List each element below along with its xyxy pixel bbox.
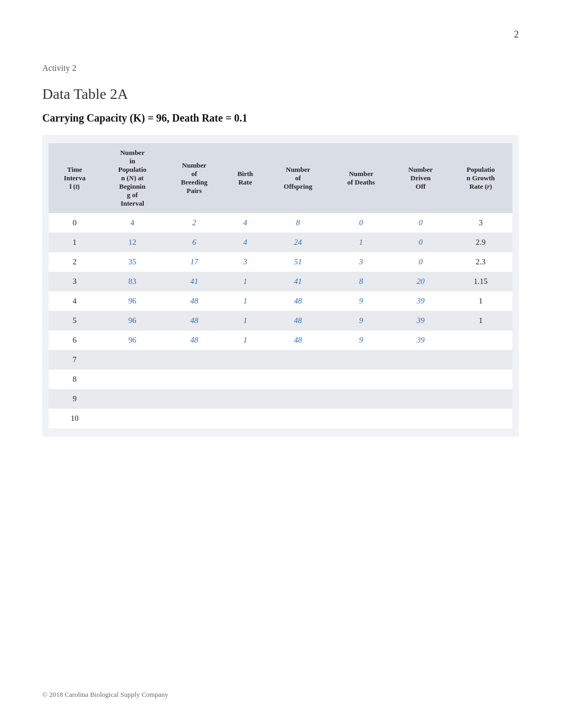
table-row: 596481489391	[49, 311, 512, 330]
cell-breeding-pairs: 48	[164, 291, 224, 311]
table-container: TimeInterval (t) NumberinPopulation (N) …	[42, 135, 519, 437]
cell-birth-rate: 3	[225, 252, 266, 272]
cell-deaths: 9	[330, 311, 392, 330]
cell-deaths: 8	[330, 272, 392, 291]
cell-offspring: 48	[266, 311, 330, 330]
cell-driven-off: 39	[392, 291, 449, 311]
page-number: 2	[514, 29, 519, 40]
cell-growth-rate: 3	[449, 213, 512, 233]
cell-growth-rate: 1.15	[449, 272, 512, 291]
cell-driven-off	[392, 409, 449, 428]
cell-breeding-pairs: 2	[164, 213, 224, 233]
table-row: 10	[49, 409, 512, 428]
cell-deaths	[330, 370, 392, 389]
cell-offspring: 48	[266, 330, 330, 350]
col-header-deaths: Numberof Deaths	[330, 143, 392, 213]
carrying-capacity-title: Carrying Capacity (K) = 96, Death Rate =…	[42, 112, 519, 124]
cell-time: 8	[49, 370, 101, 389]
cell-birth-rate: 1	[225, 272, 266, 291]
footer: © 2018 Carolina Biological Supply Compan…	[42, 690, 168, 699]
table-row: 1126424102.9	[49, 233, 512, 252]
cell-offspring: 48	[266, 291, 330, 311]
cell-breeding-pairs	[164, 409, 224, 428]
cell-driven-off: 0	[392, 233, 449, 252]
cell-driven-off	[392, 350, 449, 370]
cell-population: 96	[101, 311, 164, 330]
cell-population	[101, 370, 164, 389]
cell-deaths	[330, 409, 392, 428]
cell-population	[101, 389, 164, 409]
cell-offspring: 8	[266, 213, 330, 233]
cell-birth-rate: 1	[225, 311, 266, 330]
cell-time: 3	[49, 272, 101, 291]
col-header-offspring: NumberofOffspring	[266, 143, 330, 213]
cell-driven-off: 20	[392, 272, 449, 291]
cell-growth-rate	[449, 370, 512, 389]
cell-driven-off: 0	[392, 213, 449, 233]
cell-time: 0	[49, 213, 101, 233]
cell-birth-rate	[225, 389, 266, 409]
cell-deaths	[330, 350, 392, 370]
cell-deaths: 9	[330, 330, 392, 350]
cell-driven-off	[392, 370, 449, 389]
cell-growth-rate	[449, 350, 512, 370]
cell-breeding-pairs: 17	[164, 252, 224, 272]
cell-growth-rate	[449, 330, 512, 350]
cell-offspring: 24	[266, 233, 330, 252]
cell-population	[101, 350, 164, 370]
cell-growth-rate: 1	[449, 291, 512, 311]
cell-growth-rate: 2.3	[449, 252, 512, 272]
cell-growth-rate: 2.9	[449, 233, 512, 252]
cell-deaths: 1	[330, 233, 392, 252]
activity-label: Activity 2	[42, 63, 519, 73]
cell-offspring: 51	[266, 252, 330, 272]
cell-driven-off: 39	[392, 311, 449, 330]
col-header-driven-off: NumberDrivenOff	[392, 143, 449, 213]
col-header-growth-rate: Population GrowthRate (r)	[449, 143, 512, 213]
cell-birth-rate: 1	[225, 330, 266, 350]
cell-driven-off: 0	[392, 252, 449, 272]
table-header-row: TimeInterval (t) NumberinPopulation (N) …	[49, 143, 512, 213]
table-row: 8	[49, 370, 512, 389]
cell-growth-rate: 1	[449, 311, 512, 330]
cell-breeding-pairs	[164, 389, 224, 409]
cell-breeding-pairs: 48	[164, 311, 224, 330]
table-row: 383411418201.15	[49, 272, 512, 291]
cell-breeding-pairs: 41	[164, 272, 224, 291]
cell-growth-rate	[449, 389, 512, 409]
cell-driven-off	[392, 389, 449, 409]
cell-offspring	[266, 389, 330, 409]
cell-breeding-pairs	[164, 350, 224, 370]
col-header-birth-rate: BirthRate	[225, 143, 266, 213]
cell-driven-off: 39	[392, 330, 449, 350]
table-row: 496481489391	[49, 291, 512, 311]
cell-deaths: 3	[330, 252, 392, 272]
cell-birth-rate: 4	[225, 233, 266, 252]
cell-breeding-pairs: 6	[164, 233, 224, 252]
cell-population	[101, 409, 164, 428]
table-row: 7	[49, 350, 512, 370]
cell-deaths: 9	[330, 291, 392, 311]
cell-birth-rate: 4	[225, 213, 266, 233]
col-header-breeding-pairs: NumberofBreedingPairs	[164, 143, 224, 213]
cell-population: 83	[101, 272, 164, 291]
table-row: 04248003	[49, 213, 512, 233]
cell-birth-rate: 1	[225, 291, 266, 311]
cell-time: 2	[49, 252, 101, 272]
cell-offspring	[266, 409, 330, 428]
cell-population: 96	[101, 291, 164, 311]
cell-population: 12	[101, 233, 164, 252]
cell-breeding-pairs	[164, 370, 224, 389]
cell-breeding-pairs: 48	[164, 330, 224, 350]
cell-deaths	[330, 389, 392, 409]
cell-population: 35	[101, 252, 164, 272]
cell-birth-rate	[225, 370, 266, 389]
cell-time: 1	[49, 233, 101, 252]
cell-birth-rate	[225, 409, 266, 428]
cell-time: 9	[49, 389, 101, 409]
cell-offspring	[266, 370, 330, 389]
data-table: TimeInterval (t) NumberinPopulation (N) …	[49, 143, 512, 428]
cell-birth-rate	[225, 350, 266, 370]
cell-offspring: 41	[266, 272, 330, 291]
cell-deaths: 0	[330, 213, 392, 233]
